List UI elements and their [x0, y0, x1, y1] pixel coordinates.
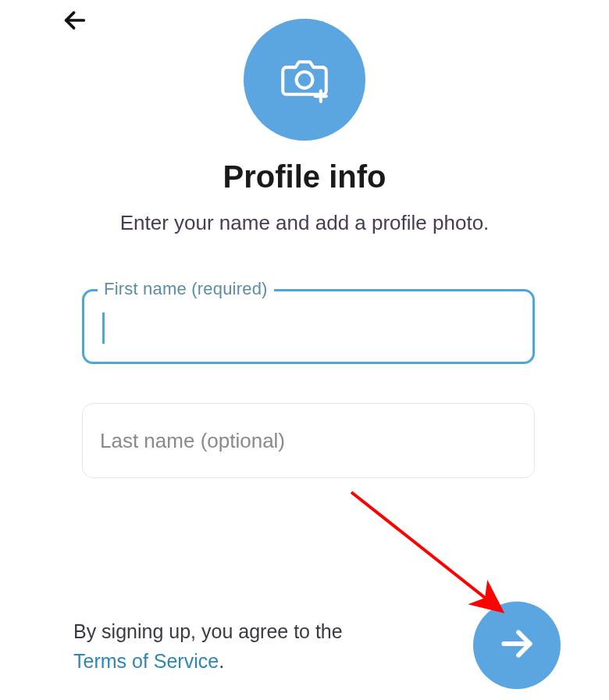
page-subtitle: Enter your name and add a profile photo. — [0, 211, 609, 235]
last-name-input[interactable] — [82, 403, 535, 478]
svg-point-1 — [297, 72, 313, 88]
arrow-right-icon — [497, 624, 536, 666]
last-name-field-wrap — [82, 403, 535, 478]
first-name-label: First name (required) — [98, 279, 274, 299]
terms-of-service-link[interactable]: Terms of Service — [73, 650, 219, 672]
tos-suffix: . — [219, 650, 224, 672]
arrow-left-icon — [62, 7, 88, 37]
terms-text: By signing up, you agree to the Terms of… — [73, 616, 386, 677]
annotation-arrow — [344, 484, 523, 625]
first-name-input[interactable] — [82, 289, 535, 364]
next-button[interactable] — [473, 602, 561, 689]
add-profile-photo-button[interactable] — [244, 19, 365, 141]
camera-add-icon — [276, 49, 333, 110]
tos-prefix: By signing up, you agree to the — [73, 620, 343, 642]
back-button[interactable] — [58, 5, 92, 39]
first-name-field-wrap: First name (required) — [82, 289, 535, 364]
page-title: Profile info — [0, 159, 609, 195]
svg-line-5 — [351, 492, 500, 609]
